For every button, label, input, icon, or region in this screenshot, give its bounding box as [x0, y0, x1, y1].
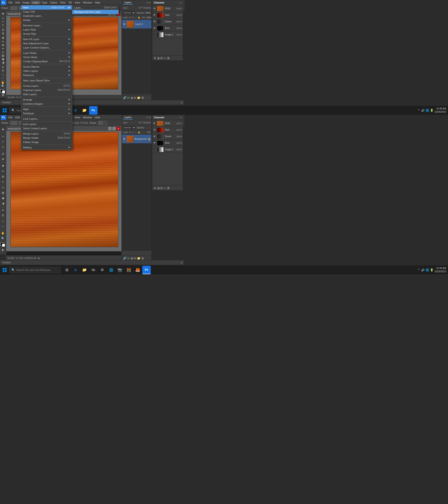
taskbar-edge-b[interactable]: e: [72, 266, 80, 274]
footer-mask-icon[interactable]: ◑: [130, 96, 133, 99]
tool-hand[interactable]: ✋: [0, 81, 6, 84]
tool-shape[interactable]: ▭: [0, 76, 6, 80]
tool-wand-b[interactable]: ✦: [0, 144, 6, 150]
footer-trash-icon[interactable]: 🗑: [141, 96, 144, 99]
menu-window-bottom[interactable]: Window: [81, 115, 93, 119]
channel-eye-rgb[interactable]: 👁: [153, 7, 156, 10]
taskbar-browser2-b[interactable]: 🦊: [133, 266, 142, 274]
dropdown-copy-css[interactable]: Copy CSS: [21, 10, 72, 14]
dropdown-merge-visible[interactable]: Merge Visible Shift+Ctrl+E: [21, 136, 72, 140]
tool-blur-b[interactable]: ◉: [0, 196, 6, 201]
channel-blue-top[interactable]: 👁 Blue Ctrl+5: [152, 25, 183, 32]
taskbar-ps-icon-b[interactable]: Ps: [142, 266, 151, 274]
channel-green-bottom[interactable]: 👁 Green Ctrl+4: [152, 133, 183, 140]
menu-edit-bottom[interactable]: Edit: [14, 115, 21, 119]
dropdown-matting[interactable]: Matting ▶: [21, 145, 72, 150]
tool-clone[interactable]: ⊞: [0, 43, 6, 47]
doc-minimize-bottom[interactable]: —: [108, 127, 111, 130]
ch-footer-icon2[interactable]: ◑: [157, 56, 159, 60]
channel-blue-bottom[interactable]: 👁 Blue Ctrl+5: [152, 140, 183, 146]
menu-file-bottom[interactable]: File: [7, 115, 14, 119]
dropdown-align[interactable]: Align ▶: [21, 107, 72, 111]
menu-view[interactable]: View: [73, 1, 82, 4]
tool-brush[interactable]: ✏: [0, 40, 6, 43]
taskbar-search-bottom[interactable]: 🔍 Search the web and Windows: [9, 267, 61, 273]
channel-rgb-bottom[interactable]: 👁 RGB Ctrl+2: [152, 120, 183, 127]
tool-healing[interactable]: ✚: [0, 36, 6, 40]
footer-link-icon-b[interactable]: 🔗: [123, 257, 126, 260]
menu-view-bottom[interactable]: View: [73, 115, 82, 119]
dropdown-adjustment[interactable]: New Adjustment Layer ▶: [21, 41, 72, 46]
dropdown-new[interactable]: New Shift+Ctrl+N ▶ Layer... Shift+Ctrl+N…: [21, 5, 72, 10]
footer-adj-icon[interactable]: ⊕: [134, 96, 136, 99]
layer-eye-bg[interactable]: 👁: [123, 137, 126, 141]
tool-healing-b[interactable]: ✚: [0, 163, 6, 168]
tool-brush-b[interactable]: ✏: [0, 169, 6, 174]
clock-bottom[interactable]: 10:49 AM 10/28/2015: [434, 267, 446, 273]
tool-dodge[interactable]: ◑: [0, 61, 6, 64]
taskbar-task-view-b[interactable]: ⊞: [63, 266, 71, 274]
tool-pen-b[interactable]: ✒: [0, 208, 6, 213]
footer-link-icon[interactable]: 🔗: [123, 96, 126, 99]
menu-layer[interactable]: Layer: [31, 1, 40, 4]
layer-eye-0[interactable]: 👁: [123, 23, 126, 26]
doc-maximize-bottom[interactable]: □: [112, 127, 116, 130]
tool-shape-b[interactable]: ▭: [0, 224, 6, 229]
dropdown-ungroup-layers[interactable]: Ungroup Layers Shift+Ctrl+G: [21, 88, 72, 92]
menu-edit[interactable]: Edit: [14, 1, 21, 4]
tool-crop[interactable]: ⊡: [0, 28, 6, 32]
dropdown-rename[interactable]: Rename Layer...: [21, 23, 72, 28]
dropdown-layer-style[interactable]: Layer Style ▶: [21, 28, 72, 32]
panel-close-top[interactable]: ✕: [149, 1, 150, 4]
tool-move-b[interactable]: ✥: [0, 127, 6, 132]
footer-mask-icon-b[interactable]: ◑: [130, 257, 133, 260]
start-button-bottom[interactable]: [0, 265, 9, 275]
menu-filter[interactable]: Filter: [59, 1, 67, 4]
tool-pen[interactable]: ✒: [0, 66, 6, 69]
taskbar-store-b[interactable]: 🛍: [89, 266, 98, 274]
taskbar-edge[interactable]: e: [72, 106, 80, 115]
tool-eraser[interactable]: ◻: [0, 50, 6, 54]
tool-crop-b[interactable]: ⊡: [0, 151, 6, 156]
ch-footer-icon5[interactable]: 🗑: [167, 56, 170, 60]
menu-file[interactable]: File: [7, 1, 14, 4]
doc-close-bottom[interactable]: ✕: [117, 127, 120, 130]
timeline-close-bottom[interactable]: ✕: [180, 261, 182, 264]
tool-lasso[interactable]: ⌖: [0, 20, 6, 23]
dropdown-smart-objects[interactable]: Smart Objects ▶: [21, 65, 72, 69]
tool-zoom-b[interactable]: 🔍: [0, 236, 6, 241]
panel-close-bottom[interactable]: ✕: [149, 116, 150, 119]
ch-footer-b4[interactable]: ▭: [163, 186, 166, 190]
footer-trash-icon-b[interactable]: 🗑: [141, 257, 144, 260]
channel-image1-bottom[interactable]: 👁 Image 1 Ctrl+6: [152, 146, 183, 153]
tool-eraser-b[interactable]: ◻: [0, 185, 6, 190]
tab-layers-bottom[interactable]: Layers: [123, 115, 133, 120]
dropdown-flatten[interactable]: Flatten Image: [21, 140, 72, 144]
dropdown-lock-layers[interactable]: Lock Layers...: [21, 117, 72, 121]
menu-help-bottom[interactable]: Help: [93, 115, 102, 119]
tool-extra[interactable]: ⊞: [0, 93, 6, 97]
layer-row-0[interactable]: 👁 Layer 0: [122, 20, 151, 29]
taskbar-media-b[interactable]: 📷: [116, 266, 124, 274]
ch-footer-b3[interactable]: ⊞: [160, 186, 163, 190]
tool-move[interactable]: ✥: [0, 12, 6, 15]
dropdown-rasterize[interactable]: Rasterize ▶: [21, 73, 72, 77]
taskbar-calc-b[interactable]: 🧮: [125, 266, 133, 274]
taskbar-file-explorer[interactable]: 📁: [80, 106, 89, 115]
dropdown-content-opts[interactable]: Layer Content Options...: [21, 46, 72, 50]
menu-help[interactable]: Help: [93, 1, 102, 4]
clock-middle[interactable]: 10:48 AM 10/28/2015: [434, 107, 446, 114]
tool-blur[interactable]: ◉: [0, 57, 6, 61]
tool-gradient[interactable]: ▤: [0, 54, 6, 57]
channel-red-top[interactable]: 👁 Red Ctrl+3: [152, 12, 183, 18]
tool-marquee-b[interactable]: ▭: [0, 134, 6, 139]
menu-window[interactable]: Window: [81, 1, 93, 4]
dropdown-combine-shapes[interactable]: Combine Shapes ▶: [21, 102, 72, 106]
tool-zoom[interactable]: 🔍: [0, 85, 6, 88]
ch-footer-icon3[interactable]: ⊞: [160, 56, 163, 60]
dropdown-layer-mask[interactable]: Layer Mask ▶: [21, 51, 72, 55]
dropdown-clipping-mask[interactable]: Create Clipping Mask Alt+Ctrl+G: [21, 59, 72, 63]
ch-footer-b1[interactable]: ⊕: [154, 186, 156, 190]
tool-eyedrop[interactable]: ⊕: [0, 32, 6, 35]
footer-fx-icon[interactable]: fx: [127, 96, 129, 99]
